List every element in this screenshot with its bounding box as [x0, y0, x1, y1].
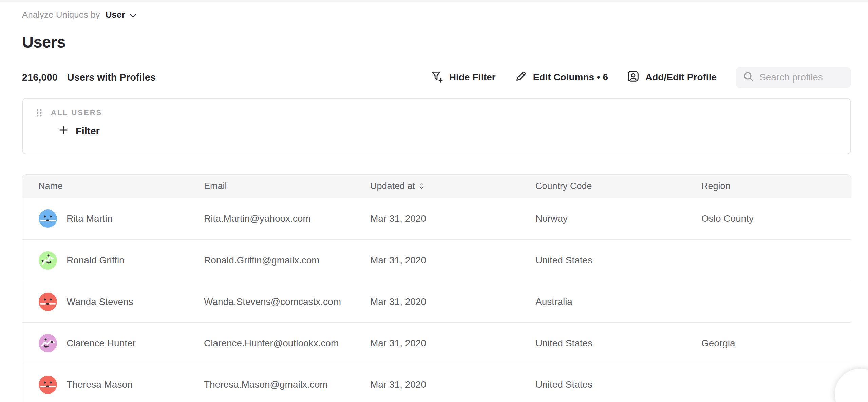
pencil-icon — [515, 70, 527, 85]
edit-columns-label: Edit Columns • 6 — [533, 72, 608, 83]
profile-card-icon — [627, 70, 639, 85]
search-icon — [743, 71, 754, 84]
column-header-email[interactable]: Email — [204, 181, 370, 191]
user-name: Theresa Mason — [67, 379, 133, 390]
column-header-region[interactable]: Region — [701, 181, 851, 191]
plus-icon — [59, 125, 68, 137]
funnel-plus-icon — [431, 70, 443, 85]
user-updated-at: Mar 31, 2020 — [370, 255, 535, 266]
users-table: Name Email Updated at Country Code Regio… — [22, 174, 851, 402]
add-edit-profile-button[interactable]: Add/Edit Profile — [627, 70, 717, 85]
user-email: Rita.Martin@yahoox.com — [204, 213, 370, 224]
analyze-uniques-label: Analyze Uniques by — [22, 10, 100, 20]
breadcrumb: Analyze Uniques by User — [22, 9, 851, 20]
table-body: Rita Martin Rita.Martin@yahoox.com Mar 3… — [22, 198, 851, 402]
toolbar: 216,000 Users with Profiles Hide Filter … — [22, 67, 851, 88]
user-country-code: United States — [535, 255, 701, 266]
user-email: Wanda.Stevens@comcastx.com — [204, 296, 370, 307]
add-filter-button[interactable]: Filter — [59, 125, 100, 137]
add-filter-label: Filter — [76, 126, 100, 137]
user-country-code: Norway — [535, 213, 701, 224]
user-region: Georgia — [701, 338, 851, 349]
user-avatar — [38, 209, 57, 228]
user-email: Ronald.Griffin@gmailx.com — [204, 255, 370, 266]
hide-filter-label: Hide Filter — [449, 72, 496, 83]
profiles-count: 216,000 Users with Profiles — [22, 72, 156, 83]
user-country-code: United States — [535, 379, 701, 390]
user-region: Oslo County — [701, 213, 851, 224]
user-updated-at: Mar 31, 2020 — [370, 213, 535, 224]
column-header-updated-at[interactable]: Updated at — [370, 181, 535, 191]
table-row[interactable]: Wanda Stevens Wanda.Stevens@comcastx.com… — [22, 281, 851, 322]
user-email: Clarence.Hunter@outlookx.com — [204, 338, 370, 349]
user-name: Rita Martin — [67, 213, 112, 224]
search-box[interactable] — [736, 67, 851, 88]
user-avatar — [38, 375, 57, 394]
top-edge-divider — [0, 0, 868, 2]
user-name: Wanda Stevens — [67, 296, 133, 307]
users-page: Analyze Uniques by User Users 216,000 Us… — [0, 9, 868, 402]
sort-icon[interactable] — [419, 181, 424, 191]
profiles-count-value: 216,000 — [22, 72, 58, 83]
filter-panel: ALL USERS Filter — [22, 98, 851, 154]
user-avatar — [38, 334, 57, 353]
user-updated-at: Mar 31, 2020 — [370, 379, 535, 390]
column-header-country-code[interactable]: Country Code — [535, 181, 701, 191]
filter-group-label: ALL USERS — [51, 108, 102, 117]
user-name: Clarence Hunter — [67, 338, 136, 349]
user-name: Ronald Griffin — [67, 255, 125, 266]
column-header-name[interactable]: Name — [38, 181, 204, 191]
user-country-code: Australia — [535, 296, 701, 307]
uniques-by-dropdown[interactable]: User — [106, 10, 136, 20]
table-header: Name Email Updated at Country Code Regio… — [22, 175, 851, 198]
user-country-code: United States — [535, 338, 701, 349]
table-row[interactable]: Clarence Hunter Clarence.Hunter@outlookx… — [22, 322, 851, 364]
filter-group-header: ALL USERS — [36, 108, 850, 117]
uniques-by-value: User — [106, 10, 125, 20]
table-row[interactable]: Rita Martin Rita.Martin@yahoox.com Mar 3… — [22, 198, 851, 239]
page-title: Users — [22, 33, 851, 51]
hide-filter-button[interactable]: Hide Filter — [431, 70, 496, 85]
add-edit-profile-label: Add/Edit Profile — [645, 72, 717, 83]
edit-columns-button[interactable]: Edit Columns • 6 — [515, 70, 608, 85]
table-row[interactable]: Ronald Griffin Ronald.Griffin@gmailx.com… — [22, 239, 851, 281]
profiles-count-label: Users with Profiles — [67, 72, 156, 83]
user-updated-at: Mar 31, 2020 — [370, 338, 535, 349]
toolbar-actions: Hide Filter Edit Columns • 6 Add/Edit Pr… — [431, 67, 851, 88]
table-row[interactable]: Theresa Mason Theresa.Mason@gmailx.com M… — [22, 364, 851, 402]
chevron-down-icon — [130, 10, 136, 20]
user-email: Theresa.Mason@gmailx.com — [204, 379, 370, 390]
user-avatar — [38, 251, 57, 270]
user-avatar — [38, 292, 57, 311]
user-updated-at: Mar 31, 2020 — [370, 296, 535, 307]
drag-handle-icon[interactable] — [36, 109, 42, 117]
search-profiles-input[interactable] — [759, 72, 845, 83]
